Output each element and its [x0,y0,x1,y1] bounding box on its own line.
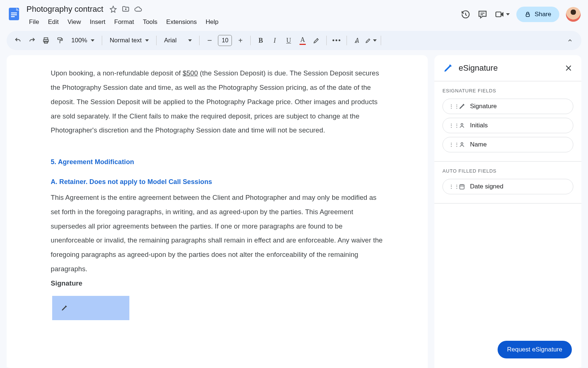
person-icon [458,141,466,148]
body: Upon booking, a non-refundable deposit o… [0,50,588,368]
document-title[interactable]: Photography contract [25,4,105,15]
esignature-fields-section: ESIGNATURE FIELDS ⋮⋮ Signature ⋮⋮ Initia… [434,81,581,162]
svg-rect-2 [11,14,17,15]
svg-rect-12 [460,185,464,189]
highlight-button[interactable] [310,34,323,47]
share-button[interactable]: Share [516,7,559,22]
underline-button[interactable]: U [282,34,295,47]
svg-rect-3 [11,16,15,17]
video-icon [494,9,505,20]
paint-format-button[interactable] [54,34,66,47]
history-icon[interactable] [460,9,471,20]
menu-extensions[interactable]: Extensions [162,16,201,28]
pen-icon [458,103,466,110]
drag-handle-icon: ⋮⋮ [449,123,454,128]
field-label: Name [470,141,487,148]
button-label: Request eSignature [507,346,562,353]
cloud-status-icon[interactable] [134,5,142,13]
caret-down-icon [373,39,377,42]
drag-handle-icon: ⋮⋮ [449,142,454,148]
caret-down-icon [91,39,94,42]
deposit-amount: $500 [183,69,198,77]
autofilled-fields-section: AUTO FILLED FIELDS ⋮⋮ Date signed [434,162,581,204]
font-select[interactable]: Arial [160,37,196,44]
print-button[interactable] [40,34,52,47]
field-initials[interactable]: ⋮⋮ Initials [442,118,573,133]
title-block: Photography contract File Edit View Inse… [25,4,460,28]
drag-handle-icon: ⋮⋮ [449,184,454,190]
svg-point-11 [461,142,463,144]
signature-label: Signature [51,276,384,291]
caret-down-icon [145,39,149,42]
signature-field-placeholder[interactable] [52,296,129,320]
caret-down-icon [506,13,510,15]
header: Photography contract File Edit View Inse… [0,0,588,28]
zoom-select[interactable]: 100% [68,37,98,44]
menu-view[interactable]: View [64,16,85,28]
text: (the Session Deposit) is due. The Sessio… [51,69,379,134]
more-formatting-button[interactable]: ••• [330,34,343,47]
italic-button[interactable]: I [268,34,281,47]
lock-icon [524,11,531,18]
section-label: AUTO FILLED FIELDS [442,168,573,174]
field-signature[interactable]: ⋮⋮ Signature [442,99,573,114]
zoom-value: 100% [71,37,87,44]
field-label: Initials [470,122,488,129]
menu-help[interactable]: Help [201,16,222,28]
menu-edit[interactable]: Edit [44,16,62,28]
menu-insert[interactable]: Insert [86,16,110,28]
font-size-increase[interactable]: + [234,34,247,47]
undo-button[interactable] [12,34,24,47]
font-size-value: 10 [222,37,229,44]
star-icon[interactable] [109,5,117,13]
clear-format-button[interactable]: A✕ [351,34,363,47]
paragraph-agreement: This Agreement is the entire agreement b… [51,191,384,276]
avatar[interactable] [566,7,581,22]
paragraph-deposit: Upon booking, a non-refundable deposit o… [51,66,384,138]
menu-tools[interactable]: Tools [139,16,162,28]
field-name[interactable]: ⋮⋮ Name [442,137,573,152]
close-icon[interactable] [564,64,573,72]
text: Upon booking, a non-refundable deposit o… [51,69,183,77]
field-label: Signature [470,103,497,110]
subheading-a: A. Retainer. Does not apply to Model Cal… [51,175,384,189]
svg-rect-5 [526,14,529,17]
text-color-button[interactable]: A [296,34,309,47]
collapse-toolbar-button[interactable] [564,34,576,47]
docs-logo[interactable] [5,5,23,23]
section-label: ESIGNATURE FIELDS [442,88,573,93]
app-root: Photography contract File Edit View Inse… [0,0,588,368]
pen-icon [61,305,68,311]
move-icon[interactable] [122,5,130,13]
style-value: Normal text [110,37,141,44]
style-select[interactable]: Normal text [106,37,153,44]
bold-button[interactable]: B [254,34,267,47]
field-date-signed[interactable]: ⋮⋮ Date signed [442,179,573,194]
request-esignature-button[interactable]: Request eSignature [498,341,572,358]
editing-mode-button[interactable] [365,34,377,47]
caret-down-icon [188,39,192,42]
font-size-input[interactable]: 10 [218,35,232,46]
menu-format[interactable]: Format [110,16,138,28]
document-area[interactable]: Upon booking, a non-refundable deposit o… [7,55,428,368]
menubar: File Edit View Insert Format Tools Exten… [25,16,460,28]
field-label: Date signed [470,183,503,190]
header-actions: Share [460,4,581,22]
person-icon [458,122,466,129]
redo-button[interactable] [26,34,38,47]
svg-rect-4 [496,12,501,17]
comments-icon[interactable] [477,9,488,20]
svg-rect-1 [11,13,17,13]
esignature-panel: eSignature ESIGNATURE FIELDS ⋮⋮ Signatur… [434,55,581,368]
heading-5: 5. Agreement Modification [51,155,384,169]
share-label: Share [535,11,551,18]
meet-button[interactable] [494,9,510,20]
calendar-icon [458,183,466,190]
toolbar: 100% Normal text Arial − 10 + B I U A ••… [7,31,581,50]
svg-rect-9 [58,38,61,40]
pen-icon [443,63,453,73]
drag-handle-icon: ⋮⋮ [449,103,454,109]
menu-file[interactable]: File [25,16,43,28]
svg-point-10 [461,123,463,125]
font-size-decrease[interactable]: − [203,34,216,47]
